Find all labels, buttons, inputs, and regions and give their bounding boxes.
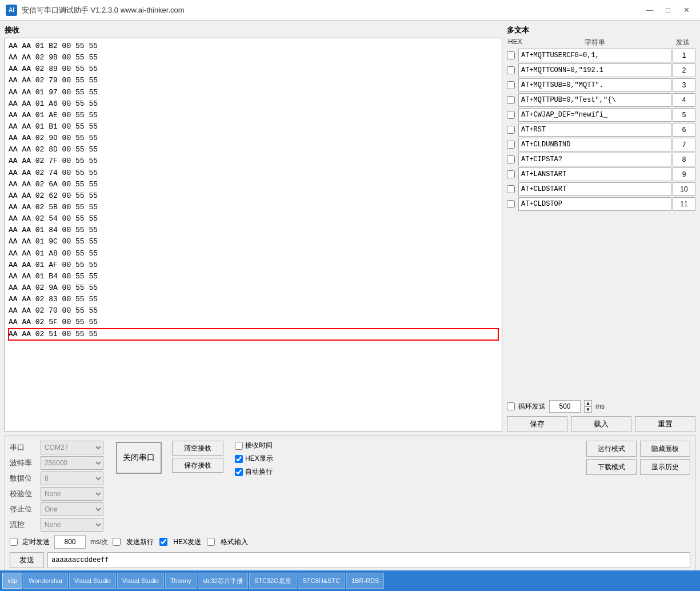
receive-buttons: 清空接收 保存接收: [172, 441, 223, 473]
multitext-row: 3: [507, 78, 695, 92]
right-controls: 运行模式 隐藏面板 下载模式 显示历史: [586, 441, 690, 475]
recv-time-checkbox[interactable]: [235, 442, 243, 450]
format-input-checkbox[interactable]: [207, 538, 215, 546]
loop-send-checkbox[interactable]: [507, 402, 515, 410]
multitext-row-checkbox[interactable]: [507, 170, 515, 178]
multitext-send-button[interactable]: 11: [673, 197, 695, 211]
minimize-button[interactable]: —: [642, 3, 658, 17]
multitext-send-button[interactable]: 10: [673, 182, 695, 196]
maximize-button[interactable]: □: [660, 3, 676, 17]
loop-unit-label: ms: [595, 402, 605, 410]
multitext-row-input[interactable]: [518, 63, 671, 77]
receive-line: AA AA 02 9D 00 55 55: [9, 133, 498, 144]
taskbar-item[interactable]: stc32芯片手册: [198, 573, 248, 589]
taskbar-item[interactable]: STC8H&STC: [298, 573, 345, 589]
multitext-row-checkbox[interactable]: [507, 111, 515, 119]
multitext-row-checkbox[interactable]: [507, 96, 515, 104]
loop-spin-down[interactable]: ▼: [584, 406, 592, 413]
multitext-send-button[interactable]: 3: [673, 78, 695, 92]
multitext-row-input[interactable]: [518, 123, 671, 137]
timed-send-checkbox[interactable]: [10, 538, 18, 546]
taskbar-item[interactable]: Visual Studio: [117, 573, 164, 589]
hide-panel-button[interactable]: 隐藏面板: [640, 441, 690, 457]
loop-interval-input[interactable]: [549, 400, 581, 413]
port-select[interactable]: COM27: [41, 441, 103, 454]
send-text-input[interactable]: [47, 552, 690, 568]
col-hex-label: HEX: [508, 38, 518, 47]
data-bits-select[interactable]: 8: [41, 472, 103, 485]
multitext-row-checkbox[interactable]: [507, 185, 515, 193]
top-section: 接收 AA AA 01 B2 00 55 55AA AA 02 9B 00 55…: [5, 25, 695, 432]
receive-area[interactable]: AA AA 01 B2 00 55 55AA AA 02 9B 00 55 55…: [5, 38, 502, 432]
send-button[interactable]: 发送: [10, 552, 44, 568]
taskbar-item[interactable]: Thonny: [165, 573, 197, 589]
multitext-row-input[interactable]: [518, 153, 671, 166]
auto-newline-row: 自动换行: [235, 467, 273, 477]
close-button[interactable]: ✕: [678, 3, 694, 17]
receive-line: AA AA 02 51 00 55 55: [9, 329, 498, 340]
window-controls: — □ ✕: [642, 3, 694, 17]
flow-control-select[interactable]: None: [41, 518, 103, 532]
taskbar-item[interactable]: xitp: [2, 573, 22, 589]
multitext-row-input[interactable]: [518, 108, 671, 122]
multitext-row-checkbox[interactable]: [507, 155, 515, 163]
open-close-port-button[interactable]: 关闭串口: [116, 442, 162, 474]
loop-row: 循环发送 ▲ ▼ ms: [507, 400, 695, 413]
taskbar-item[interactable]: STC32G底座: [249, 573, 297, 589]
auto-newline-label: 自动换行: [245, 467, 273, 477]
baud-select[interactable]: 256000: [41, 456, 103, 470]
clear-receive-button[interactable]: 清空接收: [172, 441, 223, 456]
receive-options: 接收时间 HEX显示 自动换行: [235, 441, 273, 477]
multitext-row-checkbox[interactable]: [507, 51, 515, 59]
receive-line: AA AA 01 B4 00 55 55: [9, 271, 498, 282]
multitext-send-button[interactable]: 8: [673, 153, 695, 166]
multitext-send-button[interactable]: 7: [673, 138, 695, 151]
run-mode-button[interactable]: 运行模式: [586, 441, 637, 457]
load-button[interactable]: 载入: [571, 416, 631, 432]
taskbar-item[interactable]: 1BR-RDS: [346, 573, 384, 589]
multitext-row: 7: [507, 138, 695, 151]
multitext-row-input[interactable]: [518, 49, 671, 62]
multitext-row-input[interactable]: [518, 78, 671, 92]
taskbar: xitpWondersharVisual StudioVisual Studio…: [0, 570, 700, 591]
port-config-row: 串口 COM27 波特率 256000 数据位 8 校验位 None 停止位: [10, 441, 690, 532]
multitext-send-button[interactable]: 2: [673, 63, 695, 77]
multitext-row-input[interactable]: [518, 197, 671, 211]
loop-spin-up[interactable]: ▲: [584, 400, 592, 406]
reset-button[interactable]: 重置: [635, 416, 695, 432]
multitext-row-input[interactable]: [518, 182, 671, 196]
multitext-row-input[interactable]: [518, 167, 671, 181]
stop-bits-select[interactable]: One: [41, 502, 103, 516]
auto-newline-checkbox[interactable]: [235, 468, 243, 476]
multitext-row-checkbox[interactable]: [507, 126, 515, 134]
timed-interval-input[interactable]: [54, 535, 86, 549]
multitext-send-button[interactable]: 5: [673, 108, 695, 122]
parity-select[interactable]: None: [41, 487, 103, 501]
new-line-checkbox[interactable]: [113, 538, 121, 546]
receive-line: AA AA 01 B2 00 55 55: [9, 41, 498, 52]
multitext-send-button[interactable]: 4: [673, 93, 695, 107]
multitext-row-checkbox[interactable]: [507, 81, 515, 89]
download-mode-button[interactable]: 下载模式: [586, 459, 637, 475]
hex-display-checkbox[interactable]: [235, 455, 243, 463]
save-receive-button[interactable]: 保存接收: [172, 458, 223, 473]
multitext-send-button[interactable]: 9: [673, 167, 695, 181]
receive-line: AA AA 02 89 00 55 55: [9, 63, 498, 75]
show-history-button[interactable]: 显示历史: [640, 459, 690, 475]
receive-line: AA AA 01 9C 00 55 55: [9, 236, 498, 247]
taskbar-item[interactable]: Wondershar: [23, 573, 68, 589]
multitext-row-input[interactable]: [518, 93, 671, 107]
port-config-grid: 串口 COM27 波特率 256000 数据位 8 校验位 None 停止位: [10, 441, 103, 532]
multitext-rows: 1234567891011: [507, 49, 695, 397]
multitext-col-headers: HEX 字符串 发送: [507, 38, 695, 47]
multitext-row-checkbox[interactable]: [507, 200, 515, 208]
multitext-row-input[interactable]: [518, 138, 671, 151]
multitext-send-button[interactable]: 1: [673, 49, 695, 62]
save-button[interactable]: 保存: [507, 416, 567, 432]
multitext-send-button[interactable]: 6: [673, 123, 695, 137]
hex-send-checkbox[interactable]: [159, 538, 167, 546]
multitext-row-checkbox[interactable]: [507, 141, 515, 149]
multitext-row-checkbox[interactable]: [507, 66, 515, 74]
receive-line: AA AA 01 97 00 55 55: [9, 87, 498, 98]
taskbar-item[interactable]: Visual Studio: [69, 573, 116, 589]
